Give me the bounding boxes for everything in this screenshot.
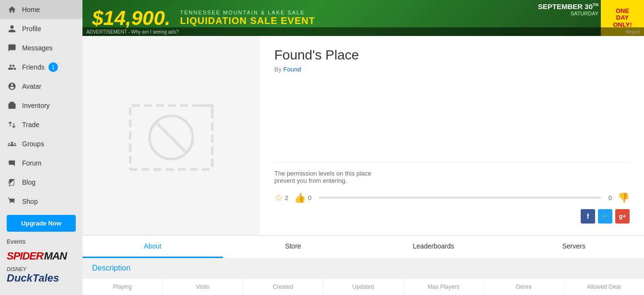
- googleplus-share-button[interactable]: g+: [615, 209, 630, 224]
- permission-text-1: The permission levels on this place: [274, 170, 371, 177]
- stats-bar: Playing Visits Created Updated Max Playe…: [82, 278, 644, 295]
- sidebar-item-forum[interactable]: Forum: [0, 153, 82, 173]
- tab-about[interactable]: About: [82, 236, 223, 258]
- thumbs-up-button[interactable]: 👍 0: [294, 192, 311, 203]
- tab-servers[interactable]: Servers: [503, 236, 644, 258]
- sidebar-item-groups[interactable]: Groups: [0, 134, 82, 153]
- tab-leaderboards[interactable]: Leaderboards: [363, 236, 504, 258]
- sidebar-item-inventory-label: Inventory: [22, 102, 50, 109]
- thumbs-down-count: 0: [609, 194, 612, 201]
- ad-september: SEPTEMBER 30TH SATURDAY: [538, 2, 598, 16]
- thumbs-down-button[interactable]: 👎: [618, 192, 630, 203]
- stat-allowed-gear-label: Allowed Gear: [587, 283, 621, 290]
- sidebar-item-spiderman[interactable]: SPIDER·MAN: [0, 248, 82, 264]
- profile-icon: [7, 24, 17, 34]
- forum-icon: [7, 158, 17, 168]
- description-bar: Description: [82, 258, 644, 278]
- sidebar-item-avatar-label: Avatar: [22, 83, 41, 90]
- game-title: Found's Place: [274, 47, 630, 63]
- sidebar-item-forum-label: Forum: [22, 159, 41, 167]
- stat-playing-label: Playing: [113, 283, 132, 290]
- events-label: Events: [0, 236, 82, 248]
- game-by: By Found: [274, 66, 630, 73]
- ad-day: SATURDAY: [538, 11, 598, 16]
- spiderman-logo: SPIDER·MAN: [7, 250, 76, 262]
- sidebar-item-shop-label: Shop: [22, 198, 38, 205]
- favorites-count: 2: [285, 194, 288, 201]
- friends-badge: 1: [48, 62, 58, 72]
- thumbs-down-icon: 👎: [618, 192, 630, 203]
- sidebar-item-shop[interactable]: Shop: [0, 192, 82, 211]
- game-author-link[interactable]: Found: [283, 66, 301, 73]
- blog-icon: [7, 177, 17, 188]
- sidebar-item-ducktales[interactable]: DISNEY DuckTales: [0, 264, 82, 286]
- ducktales-logo: DISNEY DuckTales: [7, 266, 76, 284]
- tab-store[interactable]: Store: [223, 236, 363, 258]
- stat-allowed-gear: Allowed Gear: [564, 279, 644, 295]
- ad-text-block: TENNESSEE MOUNTAIN & LAKE SALE LIQUIDATI…: [171, 10, 316, 26]
- sidebar-item-home-label: Home: [22, 6, 40, 13]
- inventory-icon: [7, 100, 17, 111]
- sidebar-item-trade-label: Trade: [22, 121, 39, 129]
- permission-notice: The permission levels on this place prev…: [274, 162, 630, 184]
- sidebar-item-trade[interactable]: Trade: [0, 115, 82, 134]
- groups-icon: [7, 139, 17, 149]
- ad-bottom-bar: ADVERTISEMENT - Why am I seeing ads? Rep…: [82, 27, 644, 36]
- ad-price: $14,900.: [82, 7, 171, 30]
- shop-icon: [7, 196, 17, 207]
- stat-created: Created: [243, 279, 323, 295]
- stat-updated: Updated: [323, 279, 403, 295]
- main-content: $14,900. TENNESSEE MOUNTAIN & LAKE SALE …: [82, 0, 644, 295]
- messages-icon: [7, 43, 17, 53]
- twitter-share-button[interactable]: 🐦: [598, 209, 612, 224]
- ad-date: SEPTEMBER 30TH: [538, 2, 598, 11]
- ad-report-link[interactable]: Report: [626, 29, 640, 35]
- sidebar-item-blog[interactable]: Blog: [0, 173, 82, 192]
- trade-icon: [7, 119, 17, 130]
- description-label: Description: [92, 264, 130, 272]
- facebook-share-button[interactable]: f: [581, 209, 595, 224]
- tabs-bar: About Store Leaderboards Servers: [82, 235, 644, 258]
- stat-max-players: Max Players: [404, 279, 484, 295]
- content-top: Found's Place By Found The permission le…: [82, 36, 644, 235]
- sidebar-item-friends[interactable]: Friends 1: [0, 58, 82, 77]
- sidebar-item-home[interactable]: Home: [0, 0, 82, 19]
- stat-max-players-label: Max Players: [428, 283, 459, 290]
- game-thumbnail: [82, 36, 260, 235]
- stat-playing: Playing: [82, 279, 163, 295]
- home-icon: [7, 4, 17, 15]
- star-icon: ☆: [274, 192, 283, 203]
- svg-line-3: [155, 122, 187, 153]
- thumbs-up-icon: 👍: [294, 192, 306, 203]
- sidebar-item-messages[interactable]: Messages: [0, 38, 82, 58]
- thumbs-up-count: 0: [308, 194, 311, 201]
- ad-subtitle: TENNESSEE MOUNTAIN & LAKE SALE: [180, 10, 316, 15]
- upgrade-button[interactable]: Upgrade Now: [7, 215, 76, 232]
- stat-created-label: Created: [273, 283, 293, 290]
- ad-banner: $14,900. TENNESSEE MOUNTAIN & LAKE SALE …: [82, 0, 644, 36]
- stat-updated-label: Updated: [352, 283, 374, 290]
- game-info: Found's Place By Found The permission le…: [260, 36, 644, 235]
- sidebar-item-profile[interactable]: Profile: [0, 19, 82, 38]
- permission-text-2: prevent you from entering.: [274, 177, 347, 184]
- stat-genre-label: Genre: [516, 283, 532, 290]
- sidebar-item-avatar[interactable]: Avatar: [0, 77, 82, 96]
- vote-bar: [319, 197, 600, 199]
- sidebar-item-inventory[interactable]: Inventory: [0, 96, 82, 115]
- sidebar-item-profile-label: Profile: [22, 25, 41, 33]
- sidebar-item-blog-label: Blog: [22, 178, 35, 186]
- sidebar-item-groups-label: Groups: [22, 140, 44, 148]
- sidebar: Home Profile Messages Friends 1 Avatar I…: [0, 0, 82, 295]
- favorite-button[interactable]: ☆ 2: [274, 192, 288, 203]
- sidebar-item-friends-label: Friends: [22, 63, 45, 71]
- ad-one-day-text: ONEDAYONLY!: [613, 8, 632, 28]
- rating-row: ☆ 2 👍 0 0 👎: [274, 192, 630, 203]
- stat-genre: Genre: [484, 279, 564, 295]
- sidebar-item-messages-label: Messages: [22, 44, 53, 52]
- avatar-icon: [7, 81, 17, 92]
- content-box: Found's Place By Found The permission le…: [82, 36, 644, 295]
- no-image-svg: [123, 93, 219, 179]
- friends-icon: [7, 62, 17, 72]
- stat-visits: Visits: [163, 279, 243, 295]
- stat-visits-label: Visits: [196, 283, 209, 290]
